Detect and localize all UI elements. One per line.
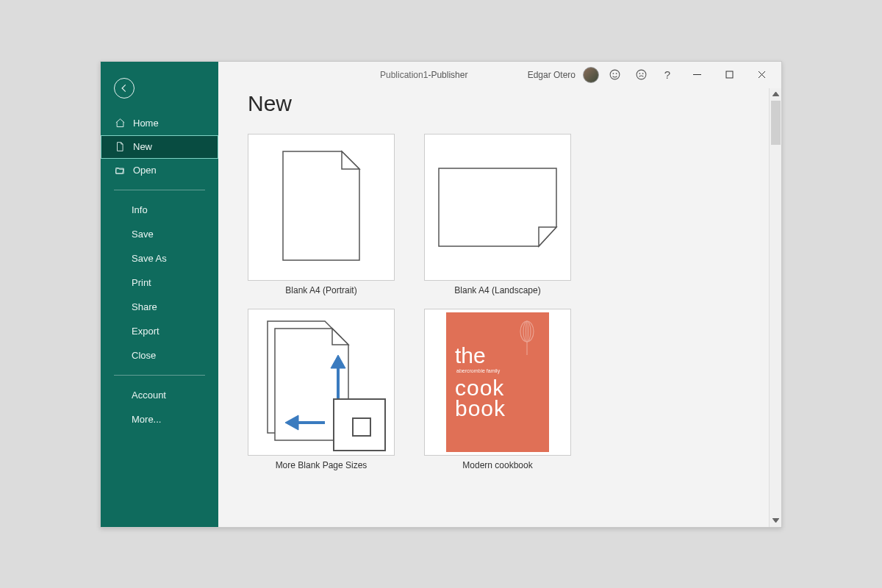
template-thumbnail (248, 309, 395, 456)
sidebar-item-new[interactable]: New (101, 135, 218, 159)
cookbook-title-line2a: cook (455, 378, 540, 399)
svg-point-5 (642, 74, 643, 74)
home-icon (114, 118, 126, 129)
help-icon[interactable]: ? (656, 64, 678, 86)
title-bar: Publication1 - Publisher Edgar Otero ? (218, 62, 781, 88)
svg-point-1 (613, 74, 614, 74)
svg-rect-6 (726, 71, 733, 78)
landscape-page-icon (431, 159, 564, 255)
svg-marker-10 (539, 227, 556, 246)
svg-marker-8 (342, 151, 359, 169)
svg-point-21 (523, 321, 531, 342)
scrollbar-thumb[interactable] (771, 101, 781, 145)
window-minimize-button[interactable] (683, 64, 711, 86)
backstage-sidebar: Home New Open Info Save Save As Print Sh… (101, 62, 218, 527)
sidebar-item-close[interactable]: Close (101, 343, 218, 368)
sidebar-item-open[interactable]: Open (101, 159, 218, 182)
feedback-smile-icon[interactable] (603, 64, 625, 86)
svg-point-22 (526, 321, 528, 342)
svg-point-20 (520, 321, 534, 342)
template-modern-cookbook[interactable]: the abercrombie family cook book Modern … (424, 309, 571, 470)
sidebar-item-account[interactable]: Account (101, 383, 218, 407)
titlebar-right: Edgar Otero ? (528, 64, 781, 86)
app-window: Home New Open Info Save Save As Print Sh… (100, 61, 782, 528)
template-thumbnail: the abercrombie family cook book (424, 309, 571, 456)
sidebar-item-label: Open (133, 165, 157, 176)
more-page-sizes-icon (251, 312, 391, 452)
sidebar-item-info[interactable]: Info (101, 198, 218, 222)
vertical-scrollbar[interactable] (769, 88, 781, 527)
scroll-up-button[interactable] (770, 88, 781, 101)
sidebar-item-label: Home (133, 118, 159, 129)
sidebar-item-share[interactable]: Share (101, 295, 218, 319)
sidebar-item-more[interactable]: More... (101, 407, 218, 431)
scroll-down-button[interactable] (770, 514, 781, 527)
svg-marker-13 (332, 329, 348, 345)
window-close-button[interactable] (747, 64, 775, 86)
page-icon (114, 141, 126, 153)
document-title: Publication1 (380, 70, 428, 80)
app-name: Publisher (431, 70, 467, 80)
template-label: Modern cookbook (462, 460, 532, 470)
sidebar-item-save-as[interactable]: Save As (101, 246, 218, 270)
template-label: Blank A4 (Landscape) (454, 285, 540, 295)
template-label: More Blank Page Sizes (276, 460, 368, 470)
svg-point-0 (610, 70, 620, 79)
cookbook-cover: the abercrombie family cook book (446, 312, 549, 452)
content-area: New Blank A4 (Portrait) (218, 88, 781, 527)
signed-in-user[interactable]: Edgar Otero (528, 70, 576, 80)
svg-marker-23 (772, 92, 779, 96)
sidebar-item-save[interactable]: Save (101, 222, 218, 246)
sidebar-item-home[interactable]: Home (101, 112, 218, 135)
template-blank-a4-portrait[interactable]: Blank A4 (Portrait) (248, 134, 395, 295)
folder-icon (114, 165, 126, 176)
svg-point-4 (639, 74, 640, 74)
whisk-icon (517, 320, 537, 356)
template-more-blank-page-sizes[interactable]: More Blank Page Sizes (248, 309, 395, 470)
sidebar-item-print[interactable]: Print (101, 270, 218, 295)
svg-point-3 (637, 70, 646, 79)
template-label: Blank A4 (Portrait) (285, 285, 356, 295)
svg-rect-19 (353, 418, 370, 436)
template-blank-a4-landscape[interactable]: Blank A4 (Landscape) (424, 134, 571, 295)
cookbook-title-line2b: book (455, 398, 540, 420)
user-avatar[interactable] (583, 67, 599, 83)
svg-point-2 (616, 74, 617, 74)
template-thumbnail (248, 134, 395, 281)
window-maximize-button[interactable] (715, 64, 743, 86)
sidebar-separator (114, 375, 205, 376)
main-area: Publication1 - Publisher Edgar Otero ? (218, 62, 781, 527)
cookbook-subtitle: abercrombie family (456, 368, 540, 373)
template-grid: Blank A4 (Portrait) Blank A4 (Landscape) (248, 134, 739, 470)
portrait-page-icon (277, 147, 365, 265)
sidebar-item-export[interactable]: Export (101, 319, 218, 343)
content-inner: New Blank A4 (Portrait) (218, 88, 769, 527)
sidebar-separator (114, 190, 205, 190)
feedback-frown-icon[interactable] (630, 64, 652, 86)
svg-marker-24 (772, 518, 779, 523)
sidebar-item-label: New (133, 141, 152, 152)
template-thumbnail (424, 134, 571, 281)
back-button[interactable] (114, 78, 135, 98)
page-heading: New (248, 91, 739, 116)
